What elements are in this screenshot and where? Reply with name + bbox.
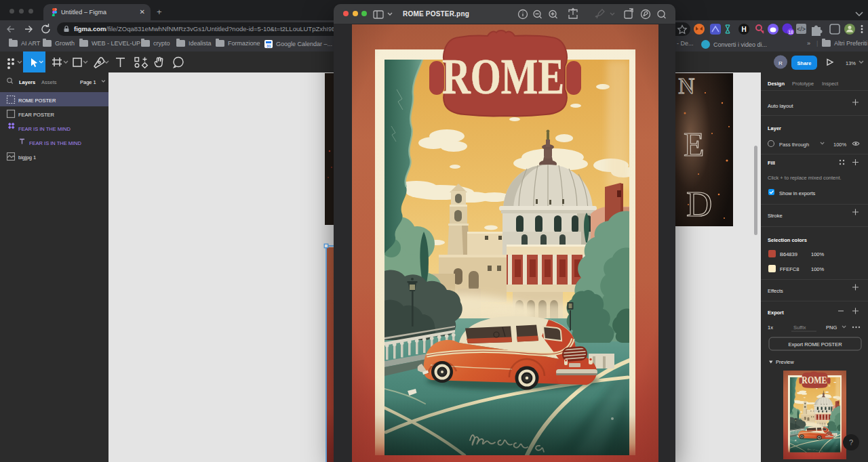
svg-text:bigjpg 1: bigjpg 1 [18, 154, 36, 161]
svg-text:D: D [686, 184, 712, 224]
svg-text:</>: </> [797, 26, 806, 33]
svg-text:100%: 100% [811, 266, 825, 272]
svg-text:Inspect: Inspect [822, 81, 839, 87]
svg-text:Pass through: Pass through [779, 142, 809, 148]
svg-text:Export ROME POSTER: Export ROME POSTER [788, 341, 842, 348]
svg-text:Preview: Preview [776, 359, 794, 365]
svg-text:FEAR IS IN THE MIND: FEAR IS IN THE MIND [18, 126, 71, 132]
svg-text:Layer: Layer [768, 125, 781, 131]
svg-text:1x: 1x [768, 324, 773, 331]
svg-text:Design: Design [768, 81, 785, 87]
svg-text:18: 18 [788, 30, 793, 35]
svg-text:Auto layout: Auto layout [768, 103, 793, 109]
svg-text:Layers: Layers [19, 79, 35, 85]
svg-text:Stroke: Stroke [768, 213, 783, 219]
svg-text:FEAR POSTER: FEAR POSTER [18, 112, 55, 118]
svg-text:B64839: B64839 [780, 251, 797, 257]
svg-text:13%: 13% [846, 60, 856, 66]
svg-text:100%: 100% [811, 251, 825, 257]
svg-text:Prototype: Prototype [792, 81, 814, 87]
svg-text:Click + to replace mixed conte: Click + to replace mixed content. [768, 175, 842, 181]
svg-text:ROME POSTER: ROME POSTER [18, 98, 56, 104]
svg-text:H: H [741, 26, 746, 33]
svg-text:Selection colors: Selection colors [768, 237, 807, 243]
svg-text:100%: 100% [833, 142, 847, 148]
svg-text:Effects: Effects [768, 288, 783, 294]
svg-text:Fill: Fill [768, 160, 775, 166]
svg-text:R: R [778, 60, 783, 66]
svg-text:Show in exports: Show in exports [779, 190, 816, 196]
svg-text:Page 1: Page 1 [80, 79, 96, 85]
svg-text:Export: Export [768, 310, 784, 316]
svg-text:FEAR IS IN THE MIND: FEAR IS IN THE MIND [29, 140, 82, 146]
svg-text:Assets: Assets [41, 79, 57, 85]
svg-text:Share: Share [797, 60, 812, 66]
svg-text:PNG: PNG [826, 324, 837, 331]
svg-text:Suffix: Suffix [793, 324, 806, 331]
svg-text:FFEFC8: FFEFC8 [780, 266, 799, 272]
svg-text:E: E [684, 125, 705, 163]
svg-text:N: N [678, 73, 695, 98]
